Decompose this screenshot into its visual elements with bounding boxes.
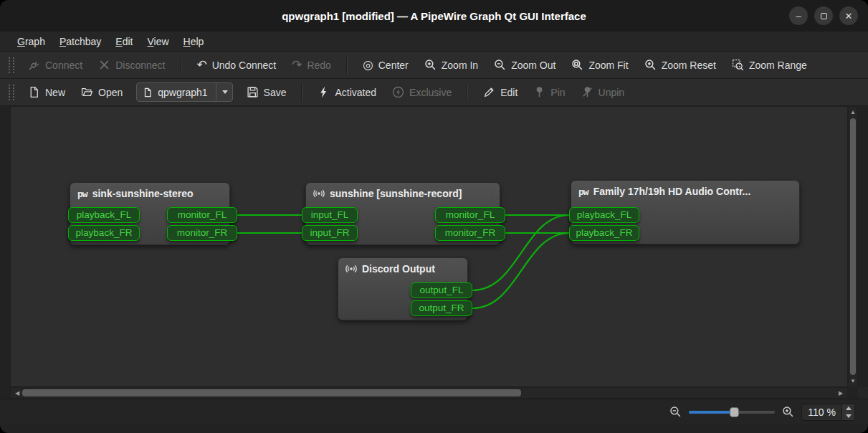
undo-connect-button[interactable]: ↶ Undo Connect (190, 56, 282, 75)
port-output[interactable]: monitor_FL (167, 207, 237, 223)
port-output[interactable]: output_FL (411, 282, 472, 298)
zoom-spin-down-button[interactable] (842, 412, 854, 420)
port-input[interactable]: playback_FL (569, 207, 639, 223)
zoom-reset-button[interactable]: Zoom Reset (638, 55, 722, 75)
port-output[interactable]: monitor_FR (435, 225, 505, 241)
vertical-scrollbar-handle[interactable] (850, 118, 856, 375)
scroll-up-arrow[interactable]: ▲ (849, 109, 857, 115)
zoom-out-button[interactable]: Zoom Out (487, 55, 562, 75)
zoom-fit-button[interactable]: Zoom Fit (565, 55, 634, 75)
zoom-in-label: Zoom In (442, 60, 478, 71)
pin-button[interactable]: Pin (527, 82, 571, 102)
menu-graph[interactable]: Graph (10, 34, 52, 49)
toolbar-separator (346, 57, 348, 74)
save-label: Save (264, 87, 287, 98)
activated-button[interactable]: Activated (311, 82, 383, 102)
save-icon (247, 86, 259, 98)
zoom-out-icon (494, 59, 506, 71)
patchbay-file-icon (143, 87, 153, 97)
unpin-label: Unpin (598, 87, 625, 98)
toolbar-drag-handle[interactable] (9, 85, 14, 100)
redo-button[interactable]: ↷ Redo (285, 56, 338, 75)
exclusive-label: Exclusive (409, 87, 452, 98)
status-bar: 110 % (0, 399, 868, 424)
maximize-icon (821, 13, 827, 19)
menu-patchbay[interactable]: Patchbay (52, 34, 108, 49)
port-input[interactable]: playback_FR (569, 225, 639, 241)
undo-connect-label: Undo Connect (212, 60, 277, 71)
activated-icon (318, 86, 330, 98)
zoom-slider-handle[interactable] (730, 407, 739, 417)
horizontal-scrollbar[interactable]: ◀ ▶ (10, 387, 848, 399)
unpin-button[interactable]: Unpin (575, 82, 631, 102)
horizontal-scrollbar-handle[interactable] (22, 389, 521, 396)
center-icon: ◎ (363, 60, 373, 71)
open-label: Open (98, 87, 123, 98)
patchbay-selector-value: qpwgraph1 (158, 87, 207, 98)
zoom-out-icon[interactable] (669, 406, 682, 418)
close-button[interactable]: ✕ (839, 6, 858, 25)
center-button[interactable]: ◎ Center (356, 56, 415, 75)
port-input[interactable]: input_FL (302, 207, 358, 223)
graph-canvas[interactable]: pw sink-sunshine-stereo playback_FL play… (10, 106, 848, 387)
scroll-left-arrow[interactable]: ◀ (12, 390, 22, 396)
pin-label: Pin (550, 87, 565, 98)
connections-layer (11, 107, 848, 387)
exclusive-button[interactable]: Exclusive (386, 82, 458, 102)
zoom-reset-icon (644, 59, 657, 71)
zoom-slider[interactable] (689, 406, 775, 419)
activated-label: Activated (335, 87, 376, 98)
node-title: Family 17h/19h HD Audio Contr... (593, 186, 751, 197)
menu-help[interactable]: Help (176, 34, 211, 49)
zoom-spinbox[interactable]: 110 % (801, 404, 855, 421)
scroll-right-arrow[interactable]: ▶ (836, 390, 846, 396)
port-input[interactable]: playback_FL (68, 207, 140, 223)
zoom-in-icon[interactable] (782, 406, 794, 418)
port-output[interactable]: output_FR (411, 300, 472, 316)
connect-label: Connect (45, 60, 82, 71)
port-input[interactable]: input_FR (302, 225, 358, 241)
maximize-button[interactable] (814, 6, 833, 25)
minimize-button[interactable]: – (789, 6, 808, 25)
port-input[interactable]: playback_FR (68, 225, 140, 241)
node-title: Discord Output (362, 263, 435, 275)
exclusive-icon (392, 86, 404, 98)
open-button[interactable]: Open (75, 82, 129, 102)
menu-edit[interactable]: Edit (108, 34, 140, 49)
zoom-value[interactable]: 110 % (802, 406, 841, 418)
scroll-down-arrow[interactable]: ▼ (849, 378, 857, 384)
menu-view[interactable]: View (140, 34, 176, 49)
zoom-slider-fill (689, 411, 733, 414)
zoom-spin-up-button[interactable] (842, 404, 854, 412)
patchbay-selector[interactable]: qpwgraph1 (136, 82, 232, 102)
toolbar-separator (301, 84, 302, 101)
vertical-scrollbar[interactable]: ▲ ▼ (848, 106, 858, 387)
zoom-in-button[interactable]: Zoom In (418, 55, 485, 75)
connect-button[interactable]: Connect (22, 55, 89, 75)
redo-icon: ↷ (292, 60, 302, 71)
zoom-range-button[interactable]: Zoom Range (725, 55, 814, 75)
toolbar-separator (467, 84, 468, 101)
title-bar: qpwgraph1 [modified] — A PipeWire Graph … (0, 0, 868, 32)
center-label: Center (378, 60, 409, 71)
connect-icon (28, 59, 40, 71)
port-output[interactable]: monitor_FR (167, 225, 237, 241)
zoom-out-label: Zoom Out (511, 60, 555, 71)
graph-toolbar: Connect Disconnect ↶ Undo Connect ↷ Redo… (0, 52, 868, 79)
port-output[interactable]: monitor_FL (435, 207, 505, 223)
disconnect-button[interactable]: Disconnect (92, 55, 171, 75)
toolbar-separator (180, 57, 181, 74)
edit-label: Edit (500, 87, 518, 98)
edit-button[interactable]: Edit (477, 82, 524, 102)
zoom-reset-label: Zoom Reset (662, 60, 716, 71)
window-title: qpwgraph1 [modified] — A PipeWire Graph … (282, 10, 586, 22)
new-file-icon (28, 86, 40, 98)
pipewire-icon: pw (578, 186, 588, 197)
redo-label: Redo (307, 60, 330, 71)
toolbar-drag-handle[interactable] (9, 57, 14, 73)
new-button[interactable]: New (22, 82, 72, 102)
patchbay-toolbar: New Open qpwgraph1 Save Act (0, 79, 868, 106)
pin-icon (533, 86, 545, 98)
monitor-icon (345, 263, 357, 275)
save-button[interactable]: Save (240, 82, 293, 102)
